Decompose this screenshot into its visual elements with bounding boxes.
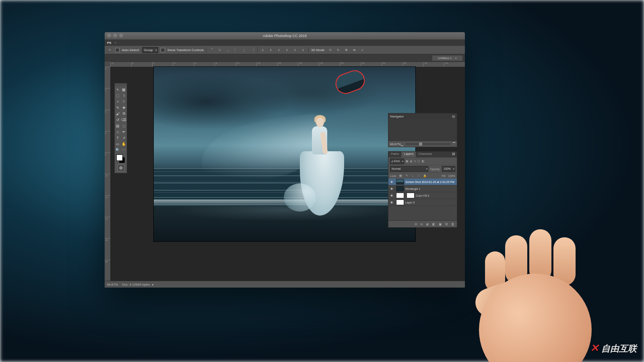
minimize-window-icon[interactable] xyxy=(113,33,117,37)
panel-menu-icon[interactable]: ▤ xyxy=(450,152,457,157)
distribute-vcenter-icon[interactable]: ⫿ xyxy=(268,47,274,53)
tool-zoom[interactable]: 🔍 xyxy=(115,147,121,153)
tab-channels[interactable]: Channels xyxy=(416,152,434,157)
navigator-zoom-value[interactable]: 66.67% xyxy=(390,142,401,146)
align-right-icon[interactable]: ⎹ xyxy=(249,47,255,53)
toolbox[interactable]: ↖▦ ⬚⌇ ✧⌗ ✎✚ 🖌⧉ ↺⌫ ▤◌ ☼✒ T↗ ▭✋ 🔍⋯ xyxy=(114,83,127,173)
filter-type-icon[interactable]: T xyxy=(414,160,416,163)
quick-mask-toggle[interactable] xyxy=(118,165,124,171)
layer-name[interactable]: Rectangle 1 xyxy=(405,187,420,190)
layer-mask-icon[interactable]: ◐ xyxy=(426,222,429,226)
layer-name[interactable]: Layer 0 xyxy=(405,201,415,204)
tool-eraser[interactable]: ⌫ xyxy=(121,117,127,123)
tool-history-brush[interactable]: ↺ xyxy=(115,117,121,123)
tool-lasso[interactable]: ⌇ xyxy=(121,93,127,99)
auto-select-dropdown[interactable]: Group xyxy=(142,47,158,53)
document-tab[interactable]: Untitled-1 × xyxy=(432,56,462,61)
tool-quick-select[interactable]: ✧ xyxy=(115,99,121,105)
lock-artboard-icon[interactable]: ⬚ xyxy=(417,174,421,178)
tool-pen[interactable]: ✒ xyxy=(121,129,127,135)
opacity-value[interactable]: 100% xyxy=(442,166,455,172)
visibility-toggle-icon[interactable]: ◉ xyxy=(388,180,395,183)
navigator-zoom-slider[interactable] xyxy=(406,144,450,144)
distribute-right-icon[interactable]: ⫿ xyxy=(300,47,306,53)
layer-row[interactable]: ◉ Color Fill 2 xyxy=(388,192,457,199)
layer-list-empty[interactable] xyxy=(388,206,457,220)
close-window-icon[interactable] xyxy=(107,33,111,37)
canvas-area[interactable]: ↖▦ ⬚⌇ ✧⌗ ✎✚ 🖌⧉ ↺⌫ ▤◌ ☼✒ T↗ ▭✋ 🔍⋯ xyxy=(110,67,465,281)
layer-name[interactable]: Screen Shot 2016-01-26 at 2.43.25 PM xyxy=(405,181,454,183)
zoom-window-icon[interactable] xyxy=(119,33,123,37)
link-layers-icon[interactable]: ⊘ xyxy=(415,222,417,226)
tool-clone[interactable]: ⧉ xyxy=(121,111,127,117)
new-group-icon[interactable]: ▣ xyxy=(439,222,442,226)
layer-mask-thumbnail[interactable] xyxy=(407,193,415,198)
home-icon[interactable]: PS xyxy=(107,41,111,45)
tool-brush[interactable]: 🖌 xyxy=(115,111,121,117)
layer-name[interactable]: Color Fill 2 xyxy=(416,194,429,197)
show-transform-checkbox[interactable] xyxy=(161,48,165,52)
layer-thumbnail[interactable] xyxy=(396,179,404,185)
tool-dodge[interactable]: ☼ xyxy=(115,129,121,135)
color-swatches[interactable] xyxy=(116,154,125,163)
tool-type[interactable]: T xyxy=(115,135,121,141)
lock-position-icon[interactable]: ↔ xyxy=(411,174,415,178)
menu-collapse-icon[interactable]: « xyxy=(115,41,116,45)
auto-select-checkbox[interactable] xyxy=(115,48,120,52)
filter-pixel-icon[interactable]: ▦ xyxy=(406,160,409,163)
delete-layer-icon[interactable]: 🗑 xyxy=(451,222,454,226)
tool-path-select[interactable]: ↗ xyxy=(121,135,127,141)
layer-thumbnail[interactable] xyxy=(396,186,404,191)
distribute-hcenter-icon[interactable]: ⫾ xyxy=(292,47,298,53)
zoom-in-icon[interactable]: ▔ xyxy=(453,142,455,146)
layer-row[interactable]: ◉ Layer 0 xyxy=(388,199,457,206)
panel-menu-icon[interactable]: ▤ xyxy=(452,115,455,118)
layer-row[interactable]: ◉ Screen Shot 2016-01-26 at 2.43.25 PM xyxy=(388,179,457,185)
align-left-icon[interactable]: ⎸ xyxy=(233,47,239,53)
move-tool-preset-icon[interactable]: ↖ xyxy=(107,47,113,53)
foreground-color-swatch[interactable] xyxy=(116,154,123,161)
new-layer-icon[interactable]: ⊞ xyxy=(445,222,448,226)
tool-edit-toolbar[interactable]: ⋯ xyxy=(121,147,127,153)
close-tab-icon[interactable]: × xyxy=(455,56,457,60)
align-hcenter-icon[interactable]: ¦ xyxy=(241,47,247,53)
tab-paths[interactable]: Paths xyxy=(388,152,401,157)
distribute-top-icon[interactable]: ⫾ xyxy=(260,47,266,53)
distribute-bottom-icon[interactable]: ⫾ xyxy=(276,47,282,53)
orbit-3d-icon[interactable]: ⟲ xyxy=(328,47,333,53)
lock-pixels-icon[interactable]: ✎ xyxy=(405,174,409,178)
roll-3d-icon[interactable]: ↻ xyxy=(336,47,341,53)
distribute-left-icon[interactable]: ⫿ xyxy=(284,47,290,53)
layer-filter-kind-dropdown[interactable]: ρ Kind xyxy=(390,158,404,164)
filter-adjust-icon[interactable]: ◐ xyxy=(410,160,413,163)
tool-spot-heal[interactable]: ✚ xyxy=(121,105,127,111)
layer-row[interactable]: ◉ Rectangle 1 xyxy=(388,185,457,192)
status-doc-info[interactable]: Doc: 4.12M/0 bytes xyxy=(122,283,154,286)
status-zoom[interactable]: 66.67% xyxy=(107,283,118,286)
visibility-toggle-icon[interactable]: ◉ xyxy=(388,187,395,190)
navigator-preview[interactable] xyxy=(388,119,457,141)
fill-value[interactable]: 100% xyxy=(448,175,455,177)
tool-move[interactable]: ↖ xyxy=(115,86,121,93)
zoom-out-icon[interactable]: ▁ xyxy=(401,142,403,146)
visibility-toggle-icon[interactable]: ◉ xyxy=(388,194,395,197)
ruler-vertical[interactable]: 0 2 4 6 8 10 12 14 16 18 xyxy=(105,67,111,281)
slide-3d-icon[interactable]: ⇆ xyxy=(352,47,357,53)
scale-3d-icon[interactable]: ⤢ xyxy=(360,47,365,53)
tool-blur[interactable]: ◌ xyxy=(121,123,127,129)
navigator-panel[interactable]: Navigator ▤ 66.67% ▁ ▔ xyxy=(388,113,457,147)
layer-thumbnail[interactable] xyxy=(396,193,404,198)
tool-gradient[interactable]: ▤ xyxy=(115,123,121,129)
visibility-toggle-icon[interactable]: ◉ xyxy=(388,201,395,204)
lock-all-icon[interactable]: 🔒 xyxy=(423,174,427,178)
layers-panel[interactable]: Paths Layers Channels ▤ ρ Kind ▦ ◐ T ▢ ◧… xyxy=(388,151,457,228)
tool-rectangle[interactable]: ▭ xyxy=(115,141,121,147)
canvas-document[interactable] xyxy=(154,67,415,241)
toolbox-grip[interactable] xyxy=(115,83,127,86)
tool-artboard[interactable]: ▦ xyxy=(121,86,127,93)
window-titlebar[interactable]: Adobe Photoshop CC 2015 xyxy=(105,32,465,39)
tool-eyedropper[interactable]: ✎ xyxy=(115,105,121,111)
pan-3d-icon[interactable]: ✥ xyxy=(344,47,349,53)
tool-hand[interactable]: ✋ xyxy=(121,141,127,147)
tab-layers[interactable]: Layers xyxy=(401,152,416,157)
